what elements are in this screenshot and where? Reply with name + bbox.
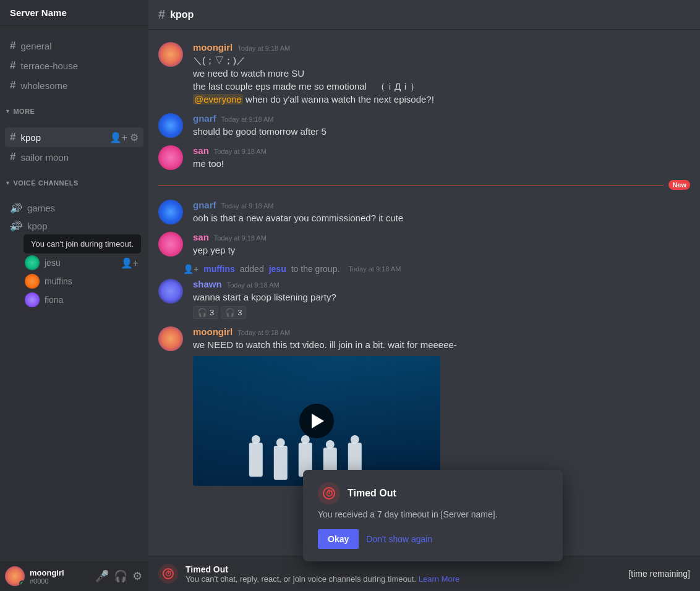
play-button[interactable] (299, 404, 334, 438)
voice-member-jesu[interactable]: jesu 👤+ (20, 253, 143, 272)
add-to-channel-icon[interactable]: 👤+ (121, 257, 139, 269)
voice-member-shawn[interactable]: shawn LIVE (20, 235, 143, 253)
channel-item-sailor-moon[interactable]: # sailor moon (5, 147, 143, 167)
message-timestamp-1: Today at 9:18 AM (237, 45, 290, 52)
avatar-moongirl-2[interactable] (158, 326, 183, 351)
message-author-san-2[interactable]: san (193, 232, 209, 242)
voice-channel-kpop[interactable]: 🔊 kpop You can't join during timeout. (5, 217, 143, 235)
add-member-icon[interactable]: 👤+ (109, 132, 127, 143)
message-header-6: shawn Today at 9:18 AM (193, 279, 690, 289)
message-header-5: san Today at 9:18 AM (193, 232, 690, 242)
message-group-shawn: shawn Today at 9:18 AM wanna start a kpo… (148, 276, 700, 321)
avatar-moongirl-1[interactable] (158, 42, 183, 67)
reaction-emoji-2: 🎧 (225, 308, 235, 317)
message-group-gnarf-1: gnarf Today at 9:18 AM should be good to… (148, 111, 700, 140)
message-content-5: san Today at 9:18 AM yep yep ty (193, 232, 690, 257)
message-header-3: san Today at 9:18 AM (193, 145, 690, 156)
okay-button[interactable]: Okay (318, 529, 359, 549)
avatar-gnarf-1[interactable] (158, 113, 183, 138)
live-badge-shawn: LIVE (120, 240, 139, 249)
voice-members-list: shawn LIVE jesu 👤+ muffins fiona (5, 235, 143, 309)
mention-everyone: @everyone (193, 94, 243, 104)
more-label: MORE (13, 108, 35, 115)
timed-out-modal: ⏱ Timed Out You received a 7 day timeout… (303, 470, 563, 561)
avatar-fiona (25, 292, 40, 307)
microphone-icon[interactable]: 🎤 (94, 568, 110, 584)
member-name-jesu: jesu (45, 258, 61, 268)
speaker-muted-icon: 🔊 (10, 220, 22, 232)
reaction-count-2: 3 (237, 308, 242, 317)
hash-icon: # (10, 79, 15, 91)
server-name[interactable]: Server Name (0, 0, 148, 26)
modal-description: You received a 7 day timeout in [Server … (318, 509, 548, 519)
channel-icons: 👤+ ⚙ (109, 132, 139, 143)
voice-section-label: VOICE CHANNELS (13, 179, 78, 187)
message-author-moongirl[interactable]: moongirl (193, 42, 233, 53)
chevron-icon: ▼ (5, 180, 11, 186)
voice-channel-name-kpop: kpop (27, 221, 48, 231)
message-author-gnarf[interactable]: gnarf (193, 113, 216, 124)
reaction-headphone-2[interactable]: 🎧 3 (221, 306, 246, 319)
channel-name-kpop: kpop (20, 132, 41, 143)
new-messages-badge: New (668, 180, 690, 190)
chat-header: # kpop (148, 0, 700, 30)
message-group-san-2: san Today at 9:18 AM yep yep ty (148, 229, 700, 259)
message-text-2: should be good tomorrow after 5 (193, 125, 690, 138)
settings-icon[interactable]: ⚙ (131, 568, 143, 584)
user-panel: moongirl #0000 🎤 🎧 ⚙ (0, 561, 148, 591)
channel-hash-icon: # (158, 7, 165, 22)
learn-more-link[interactable]: Learn More (419, 574, 459, 584)
voice-channel-games[interactable]: 🔊 games (5, 199, 143, 217)
avatar-san-1[interactable] (158, 145, 183, 170)
message-text-1c: the last couple eps made me so emotional… (193, 80, 690, 93)
reaction-headphone-1[interactable]: 🎧 3 (193, 306, 218, 319)
user-info: moongirl #0000 (30, 568, 89, 585)
dont-show-again-button[interactable]: Don't show again (366, 534, 432, 544)
message-text-1d: @everyone when do y'all wanna watch the … (193, 93, 690, 106)
message-header-2: gnarf Today at 9:18 AM (193, 113, 690, 124)
avatar-san-2[interactable] (158, 232, 183, 257)
system-text-added: added (240, 264, 264, 274)
channel-item-terrace-house[interactable]: # terrace-house (5, 56, 143, 75)
message-content-3: san Today at 9:18 AM me too! (193, 145, 690, 170)
channel-item-general[interactable]: # general (5, 36, 143, 56)
message-author-san[interactable]: san (193, 145, 209, 156)
hash-icon: # (10, 131, 15, 143)
message-author-gnarf-2[interactable]: gnarf (193, 200, 216, 210)
channel-name-wholesome: wholesome (20, 80, 67, 91)
message-author-shawn[interactable]: shawn (193, 279, 222, 289)
more-channels-section: # kpop 👤+ ⚙ # sailor moon (0, 117, 148, 169)
channel-item-wholesome[interactable]: # wholesome (5, 75, 143, 95)
message-author-moongirl-2[interactable]: moongirl (193, 326, 233, 337)
voice-member-muffins[interactable]: muffins (20, 272, 143, 291)
channel-item-kpop[interactable]: # kpop 👤+ ⚙ (5, 127, 143, 147)
system-timestamp: Today at 9:18 AM (348, 265, 401, 273)
timeout-bar-desc: You can't chat, reply, react, or join vo… (186, 574, 621, 584)
message-everyone-text: when do y'all wanna watch the next episo… (245, 94, 434, 104)
chat-area: # kpop moongirl Today at 9:18 AM ＼(；▽；)／… (148, 0, 700, 591)
message-text-4: ooh is that a new avatar you commissione… (193, 211, 690, 224)
system-message-add-user: 👤+ muffins added jesu to the group. Toda… (148, 261, 700, 276)
member-name-fiona: fiona (45, 295, 63, 305)
timeout-bar-clock-icon: ⏱ (163, 568, 174, 579)
system-text-jesu[interactable]: jesu (269, 264, 286, 274)
avatar-shawn (25, 237, 40, 252)
message-group-san-1: san Today at 9:18 AM me too! (148, 143, 700, 172)
reaction-emoji-1: 🎧 (197, 308, 207, 317)
system-text-muffins[interactable]: muffins (203, 264, 235, 274)
message-header-7: moongirl Today at 9:18 AM (193, 326, 690, 337)
user-status-indicator (19, 580, 25, 586)
new-messages-line (158, 185, 664, 185)
more-section-label[interactable]: ▼ MORE (0, 98, 148, 117)
video-embed[interactable] (193, 356, 440, 486)
headphones-icon[interactable]: 🎧 (113, 568, 129, 584)
voice-channels-section-label[interactable]: ▼ VOICE CHANNELS (0, 169, 148, 189)
avatar-shawn-msg[interactable] (158, 279, 183, 304)
timeout-bar-title: Timed Out (186, 564, 621, 574)
avatar-gnarf-2[interactable] (158, 200, 183, 224)
message-header-4: gnarf Today at 9:18 AM (193, 200, 690, 210)
add-user-system-icon: 👤+ (183, 264, 198, 274)
settings-icon[interactable]: ⚙ (130, 132, 139, 143)
voice-member-fiona[interactable]: fiona (20, 291, 143, 309)
message-group-gnarf-2: gnarf Today at 9:18 AM ooh is that a new… (148, 197, 700, 227)
